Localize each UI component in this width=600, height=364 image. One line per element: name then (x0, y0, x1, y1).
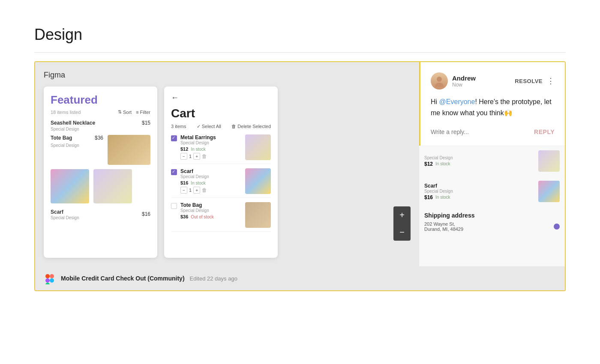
cart-delete-selected[interactable]: 🗑 Delete Selected (231, 124, 271, 129)
scroll-item-img-earrings (538, 150, 560, 172)
zoom-out-button[interactable]: − (393, 224, 411, 241)
cart-item-name-1: Metal Earrings (180, 134, 242, 140)
product-name-1: Seashell Necklace (51, 120, 95, 126)
cart-checkbox-1[interactable] (171, 135, 177, 141)
comment-time: Now (452, 82, 510, 88)
comment-prefix: Hi (431, 98, 439, 105)
product-name-2: Tote Bag (51, 135, 72, 141)
cart-title: Cart (171, 107, 271, 120)
product-img-tote (108, 135, 150, 165)
cart-back[interactable]: ← (171, 93, 271, 102)
more-button[interactable]: ⋮ (547, 76, 555, 86)
qty-minus-1[interactable]: − (180, 153, 187, 160)
scroll-item-stock-earrings: In stock (435, 161, 450, 166)
shipping-title: Shipping address (424, 212, 560, 219)
figma-logo-icon (44, 272, 56, 284)
cart-checkbox-3[interactable] (171, 203, 177, 209)
product-price-scarf: $16 (142, 211, 150, 217)
cart-item-price-row-1: $12 In stock (180, 146, 242, 152)
product-name-scarf: Scarf (51, 209, 63, 215)
scrolled-content: Special Design $12 In stock Scarf Spe (419, 146, 565, 266)
svg-point-0 (437, 77, 442, 82)
cart-item-price-2: $16 (180, 180, 188, 185)
sort-action[interactable]: ⇅ Sort (118, 109, 132, 115)
cart-item-info-1: Metal Earrings Special Design $12 In sto… (180, 134, 242, 160)
reply-input[interactable] (431, 128, 530, 135)
reply-area: REPLY (431, 128, 555, 135)
svg-rect-3 (50, 274, 54, 278)
shipping-radio[interactable] (554, 224, 560, 230)
qty-val-1: 1 (189, 154, 192, 159)
card-footer: Mobile Credit Card Check Out (Community)… (35, 266, 565, 290)
cart-item-1: Metal Earrings Special Design $12 In sto… (171, 134, 271, 164)
comment-section: Andrew Now RESOLVE ⋮ Hi @Everyone! Here'… (419, 62, 565, 146)
cart-img-2 (245, 168, 271, 194)
featured-screen: Featured 18 items listed ⇅ Sort ≡ Filter (44, 87, 157, 258)
product-sub-2: Special Design (51, 143, 79, 148)
shipping-line2: Durand, MI, 48429 (424, 227, 463, 232)
cart-item-name-2: Scarf (180, 168, 242, 174)
trash-1[interactable]: 🗑 (202, 153, 207, 159)
cart-item-2: Scarf Special Design $16 In stock − 1 + (171, 168, 271, 198)
scroll-item-info-earrings: Special Design $12 In stock (424, 155, 538, 167)
page-title: Design (34, 26, 566, 44)
product-price-1: $15 (142, 120, 150, 126)
reply-button[interactable]: REPLY (534, 128, 555, 135)
cart-item-3: Tote Bag Special Design $36 Out of stock (171, 202, 271, 232)
cart-item-info-3: Tote Bag Special Design $36 Out of stock (180, 202, 242, 219)
scroll-item-price-scarf: $16 (424, 194, 433, 200)
cart-item-stock-2: In stock (191, 181, 205, 185)
shipping-row: 202 Wayne St, Durand, MI, 48429 (424, 221, 560, 232)
product-row-1: Seashell Necklace $15 Special Design (51, 120, 150, 131)
svg-rect-2 (45, 274, 50, 278)
svg-rect-6 (45, 283, 50, 284)
qty-plus-1[interactable]: + (193, 153, 200, 160)
cart-select-all[interactable]: ✓ Select All (197, 124, 221, 129)
right-panel: Andrew Now RESOLVE ⋮ Hi @Everyone! Here'… (419, 62, 565, 266)
comment-author-name: Andrew (452, 75, 510, 82)
avatar (431, 72, 448, 90)
scroll-item-price-row-scarf: $16 In stock (424, 194, 538, 200)
scroll-item-price-row-earrings: $12 In stock (424, 161, 538, 167)
product-price-2: $36 (95, 135, 103, 141)
filter-action[interactable]: ≡ Filter (136, 109, 150, 115)
shipping-address: 202 Wayne St, Durand, MI, 48429 (424, 221, 463, 232)
figma-label: Figma (44, 71, 411, 80)
trash-2[interactable]: 🗑 (202, 187, 207, 193)
qty-plus-2[interactable]: + (193, 187, 200, 194)
cart-meta: 3 items ✓ Select All 🗑 Delete Selected (171, 124, 271, 129)
cart-count: 3 items (171, 124, 186, 129)
comment-header: Andrew Now RESOLVE ⋮ (431, 72, 555, 90)
scroll-item-stock-scarf: In stock (435, 195, 450, 200)
cart-screen: ← Cart 3 items ✓ Select All 🗑 Delete Sel… (164, 87, 278, 258)
scroll-item-design-label: Special Design (424, 155, 538, 160)
qty-minus-2[interactable]: − (180, 187, 187, 194)
scroll-item-name-scarf: Scarf (424, 183, 538, 189)
figma-canvas[interactable]: Figma Featured 18 items listed ⇅ Sort ≡ … (35, 62, 419, 266)
cart-item-price-3: $36 (180, 214, 188, 219)
zoom-in-button[interactable]: + (393, 206, 411, 224)
footer-file-name[interactable]: Mobile Credit Card Check Out (Community) (61, 275, 185, 282)
cart-item-sub-2: Special Design (180, 174, 242, 179)
product-sub-scarf: Special Design (51, 215, 79, 220)
cart-item-price-1: $12 (180, 146, 188, 152)
svg-point-1 (435, 83, 444, 87)
shipping-line1: 202 Wayne St, (424, 221, 463, 227)
scroll-item-img-scarf (538, 181, 560, 202)
cart-checkbox-2[interactable] (171, 169, 177, 175)
product-row-3 (51, 169, 150, 203)
cart-item-name-3: Tote Bag (180, 202, 242, 208)
card-content: Figma Featured 18 items listed ⇅ Sort ≡ … (35, 62, 565, 266)
scroll-item-earrings: Special Design $12 In stock (419, 146, 565, 176)
svg-rect-4 (45, 278, 50, 283)
comment-mention[interactable]: @Everyone (439, 98, 475, 105)
comment-actions: RESOLVE ⋮ (515, 76, 555, 86)
cart-item-info-2: Scarf Special Design $16 In stock − 1 + (180, 168, 242, 194)
featured-title: Featured (51, 93, 150, 107)
cart-item-stock-3: Out of stock (191, 215, 213, 219)
resolve-button[interactable]: RESOLVE (515, 78, 543, 84)
cart-item-stock-1: In stock (191, 147, 205, 152)
cart-item-sub-3: Special Design (180, 208, 242, 213)
featured-meta: 18 items listed ⇅ Sort ≡ Filter (51, 109, 150, 115)
product-row-4: Scarf Special Design $16 (51, 208, 150, 220)
